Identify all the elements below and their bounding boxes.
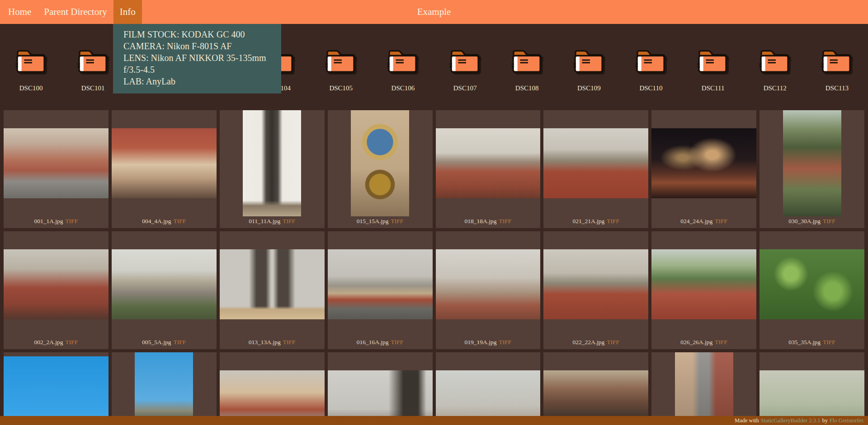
gallery-cell: 004_4A.jpg TIFF [112,110,217,228]
footer-bar: Made with StaticGalleryBuilder 2.3.1 by … [0,416,868,425]
tiff-link[interactable]: TIFF [715,218,727,225]
folder-icon [758,46,792,75]
photo-thumbnail[interactable] [436,128,541,198]
gallery-cell: 013_13A.jpg TIFF [220,231,325,349]
photo-thumbnail[interactable] [112,249,217,319]
photo-caption: 013_13A.jpg TIFF [220,337,325,347]
photo-thumbnail[interactable] [4,249,108,319]
photo-thumbnail[interactable] [760,249,864,319]
photo-thumbnail[interactable] [351,110,409,216]
photo-thumbnail[interactable] [328,249,433,319]
footer-author-link[interactable]: Flo Greistorfer. [830,417,864,424]
photo-filename: 019_19A.jpg [465,339,497,346]
folder-label: DSC112 [744,84,806,92]
gallery-cell: 022_22A.jpg TIFF [543,231,648,349]
photo-filename: 030_30A.jpg [788,218,821,225]
photo-filename: 016_16A.jpg [357,339,389,346]
photo-frame [543,352,648,425]
photo-thumbnail[interactable] [783,110,841,216]
photo-thumbnail[interactable] [4,128,108,198]
photo-frame [651,231,756,337]
tiff-link[interactable]: TIFF [607,218,619,225]
photo-filename: 035_35A.jpg [788,339,821,346]
photo-thumbnail[interactable] [4,356,108,425]
tiff-link[interactable]: TIFF [499,218,511,225]
gallery-cell [760,352,864,425]
photo-frame [543,110,648,216]
folder-item-dsc106[interactable]: DSC106 [372,46,434,92]
folder-label: DSC108 [496,84,558,92]
photo-thumbnail[interactable] [675,352,733,425]
gallery-cell [220,352,325,425]
photo-thumbnail[interactable] [220,249,325,319]
photo-caption: 016_16A.jpg TIFF [328,337,433,347]
folder-item-dsc108[interactable]: DSC108 [496,46,558,92]
gallery-cell: 015_15A.jpg TIFF [328,110,433,228]
photo-frame [112,110,217,216]
photo-thumbnail[interactable] [543,249,648,319]
photo-filename: 002_2A.jpg [34,339,63,346]
folder-item-dsc112[interactable]: DSC112 [744,46,806,92]
photo-filename: 026_26A.jpg [680,339,712,346]
tiff-link[interactable]: TIFF [283,218,295,225]
folder-item-dsc105[interactable]: DSC105 [310,46,372,92]
top-nav-bar: Home Parent Directory Info Example [0,0,868,24]
folder-item-dsc109[interactable]: DSC109 [558,46,620,92]
tiff-link[interactable]: TIFF [391,218,404,225]
tiff-link[interactable]: TIFF [607,339,619,346]
photo-frame [760,352,864,425]
tiff-link[interactable]: TIFF [66,339,78,346]
tiff-link[interactable]: TIFF [66,218,78,225]
photo-frame [328,110,433,216]
footer-builder-link[interactable]: StaticGalleryBuilder 2.3.1 [761,417,821,424]
photo-frame [328,231,433,337]
nav-item-parent-directory[interactable]: Parent Directory [38,0,113,24]
photo-thumbnail[interactable] [651,128,756,198]
info-line-lens: LENS: Nikon AF NIKKOR 35-135mm f/3.5-4.5 [123,52,271,75]
photo-filename: 015_15A.jpg [357,218,389,225]
tiff-link[interactable]: TIFF [283,339,296,346]
tiff-link[interactable]: TIFF [715,339,727,346]
photo-filename: 021_21A.jpg [572,218,604,225]
photo-frame [4,231,108,337]
photo-thumbnail[interactable] [543,128,648,198]
folder-label: DSC106 [372,84,434,92]
tiff-link[interactable]: TIFF [391,339,404,346]
gallery-cell: 019_19A.jpg TIFF [436,231,541,349]
tiff-link[interactable]: TIFF [173,218,186,225]
nav-items: Home Parent Directory Info [2,0,142,24]
nav-item-home[interactable]: Home [2,0,38,24]
photo-thumbnail[interactable] [135,352,193,425]
nav-item-label: Info [120,6,136,18]
folder-item-dsc110[interactable]: DSC110 [620,46,682,92]
gallery-cell [543,352,648,425]
tiff-link[interactable]: TIFF [499,339,511,346]
folder-icon [76,46,110,75]
photo-caption: 018_18A.jpg TIFF [436,216,541,226]
photo-filename: 013_13A.jpg [249,339,281,346]
photo-filename: 005_5A.jpg [142,339,171,346]
gallery-cell: 002_2A.jpg TIFF [4,231,108,349]
gallery-cell: 011_11A.jpg TIFF [220,110,325,228]
nav-item-info[interactable]: Info [113,0,142,24]
photo-filename: 018_18A.jpg [465,218,497,225]
folder-item-dsc113[interactable]: DSC113 [806,46,868,92]
photo-thumbnail[interactable] [243,110,301,216]
nav-item-label: Home [8,6,31,18]
photo-caption: 005_5A.jpg TIFF [112,337,217,347]
photo-thumbnail[interactable] [651,249,756,319]
tiff-link[interactable]: TIFF [173,339,186,346]
photo-thumbnail[interactable] [112,128,217,198]
footer-made-with-text: Made with [735,417,759,424]
folder-icon [386,46,420,75]
photo-frame [4,110,108,216]
photo-frame [436,231,541,337]
folder-icon [510,46,544,75]
photo-caption: 021_21A.jpg TIFF [543,216,648,226]
folder-item-dsc100[interactable]: DSC100 [0,46,62,92]
photo-thumbnail[interactable] [436,249,541,319]
tiff-link[interactable]: TIFF [823,339,835,346]
folder-item-dsc107[interactable]: DSC107 [434,46,496,92]
tiff-link[interactable]: TIFF [823,218,835,225]
folder-item-dsc111[interactable]: DSC111 [682,46,744,92]
